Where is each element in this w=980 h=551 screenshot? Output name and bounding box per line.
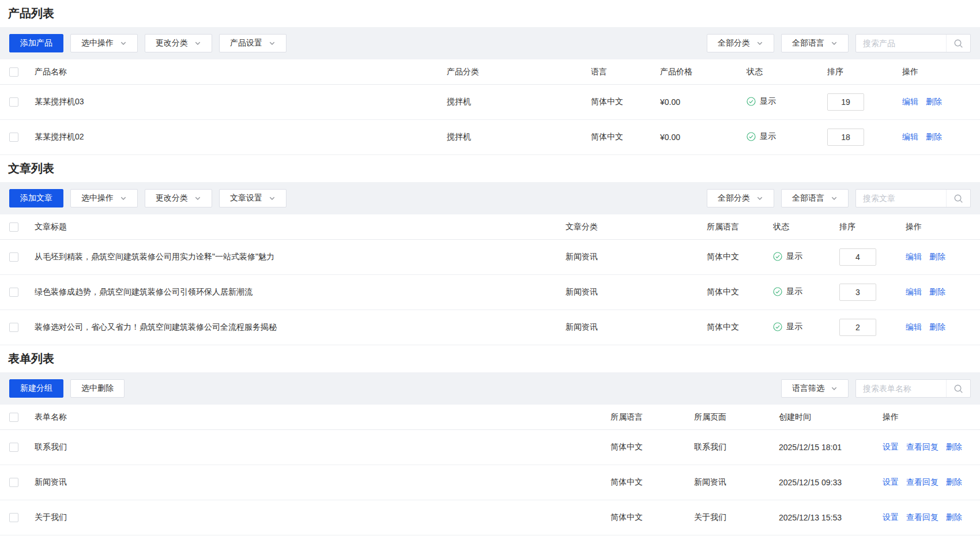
chevron-down-icon xyxy=(120,40,127,47)
delete-link[interactable]: 删除 xyxy=(929,322,945,331)
product-price: ¥0.00 xyxy=(660,133,747,142)
product-language: 简体中文 xyxy=(591,97,660,107)
select-all-checkbox[interactable] xyxy=(9,413,18,422)
language-filter-dropdown[interactable]: 全部语言 xyxy=(781,189,849,207)
page-title-products: 产品列表 xyxy=(0,0,980,27)
article-title: 绿色装修成趋势，鼎筑空间建筑装修公司引领环保人居新潮流 xyxy=(35,287,566,297)
bulk-delete-button[interactable]: 选中删除 xyxy=(70,379,125,398)
product-price: ¥0.00 xyxy=(660,97,747,107)
status-badge: 显示 xyxy=(747,131,776,142)
delete-link[interactable]: 删除 xyxy=(929,287,945,296)
article-category: 新闻资讯 xyxy=(566,252,707,262)
form-name: 关于我们 xyxy=(35,512,610,523)
product-search xyxy=(855,34,971,52)
form-language: 简体中文 xyxy=(610,442,694,452)
view-replies-link[interactable]: 查看回复 xyxy=(906,477,938,486)
row-checkbox[interactable] xyxy=(9,478,18,487)
language-filter-dropdown[interactable]: 语言筛选 xyxy=(781,379,849,398)
check-circle-icon xyxy=(773,287,782,296)
table-row: 绿色装修成趋势，鼎筑空间建筑装修公司引领环保人居新潮流 新闻资讯 简体中文 显示… xyxy=(0,275,980,310)
delete-link[interactable]: 删除 xyxy=(946,512,962,522)
product-name: 某某搅拌机03 xyxy=(35,97,447,107)
form-created-time: 2025/12/13 15:53 xyxy=(779,513,883,522)
product-name: 某某搅拌机02 xyxy=(35,132,447,142)
bulk-action-dropdown[interactable]: 选中操作 xyxy=(70,34,138,52)
status-badge: 显示 xyxy=(773,286,802,297)
form-search xyxy=(855,379,971,398)
row-checkbox[interactable] xyxy=(9,513,18,522)
category-filter-dropdown[interactable]: 全部分类 xyxy=(707,189,774,207)
chevron-down-icon xyxy=(756,40,763,47)
article-table: 文章标题 文章分类 所属语言 状态 排序 操作 从毛坯到精装，鼎筑空间建筑装修公… xyxy=(0,214,980,345)
product-settings-dropdown[interactable]: 产品设置 xyxy=(219,34,287,52)
search-icon[interactable] xyxy=(946,190,970,207)
view-replies-link[interactable]: 查看回复 xyxy=(906,512,938,522)
form-language: 简体中文 xyxy=(610,512,694,523)
check-circle-icon xyxy=(773,322,782,331)
row-checkbox[interactable] xyxy=(9,133,18,142)
row-checkbox[interactable] xyxy=(9,288,18,297)
sort-input[interactable] xyxy=(827,129,864,146)
edit-link[interactable]: 编辑 xyxy=(902,97,918,106)
row-checkbox[interactable] xyxy=(9,252,18,262)
article-toolbar: 添加文章 选中操作 更改分类 文章设置 全部分类 全部语言 xyxy=(0,182,980,214)
chevron-down-icon xyxy=(831,40,838,47)
article-search-input[interactable] xyxy=(856,190,946,207)
add-article-button[interactable]: 添加文章 xyxy=(9,189,63,207)
search-icon[interactable] xyxy=(946,380,970,397)
settings-link[interactable]: 设置 xyxy=(883,442,899,451)
page-title-forms: 表单列表 xyxy=(0,345,980,372)
delete-link[interactable]: 删除 xyxy=(929,252,945,261)
delete-link[interactable]: 删除 xyxy=(946,477,962,486)
delete-link[interactable]: 删除 xyxy=(926,97,942,106)
article-language: 简体中文 xyxy=(707,322,773,333)
form-table: 表单名称 所属语言 所属页面 创建时间 操作 联系我们 简体中文 联系我们 20… xyxy=(0,405,980,535)
change-category-dropdown[interactable]: 更改分类 xyxy=(145,189,212,207)
chevron-down-icon xyxy=(269,40,276,47)
product-search-input[interactable] xyxy=(856,35,946,52)
status-badge: 显示 xyxy=(773,322,802,332)
chevron-down-icon xyxy=(269,195,276,202)
product-table: 产品名称 产品分类 语言 产品价格 状态 排序 操作 某某搅拌机03 搅拌机 简… xyxy=(0,59,980,155)
chevron-down-icon xyxy=(194,40,201,47)
product-language: 简体中文 xyxy=(591,132,660,142)
search-icon[interactable] xyxy=(946,35,970,52)
edit-link[interactable]: 编辑 xyxy=(902,132,918,141)
category-filter-dropdown[interactable]: 全部分类 xyxy=(707,34,774,52)
row-checkbox[interactable] xyxy=(9,323,18,332)
row-checkbox[interactable] xyxy=(9,97,18,107)
change-category-dropdown[interactable]: 更改分类 xyxy=(145,34,212,52)
sort-input[interactable] xyxy=(839,248,876,266)
new-group-button[interactable]: 新建分组 xyxy=(9,379,63,398)
delete-link[interactable]: 删除 xyxy=(946,442,962,451)
settings-link[interactable]: 设置 xyxy=(883,512,899,522)
delete-link[interactable]: 删除 xyxy=(926,132,942,141)
form-language: 简体中文 xyxy=(610,477,694,488)
select-all-checkbox[interactable] xyxy=(9,67,18,77)
check-circle-icon xyxy=(747,132,756,141)
add-product-button[interactable]: 添加产品 xyxy=(9,34,63,52)
article-settings-dropdown[interactable]: 文章设置 xyxy=(219,189,287,207)
edit-link[interactable]: 编辑 xyxy=(906,287,922,296)
product-category: 搅拌机 xyxy=(447,97,591,107)
sort-input[interactable] xyxy=(839,284,876,301)
language-filter-dropdown[interactable]: 全部语言 xyxy=(781,34,849,52)
form-search-input[interactable] xyxy=(856,380,946,397)
sort-input[interactable] xyxy=(839,319,876,336)
view-replies-link[interactable]: 查看回复 xyxy=(906,442,938,451)
check-circle-icon xyxy=(747,97,756,106)
page-title-articles: 文章列表 xyxy=(0,155,980,182)
form-name: 联系我们 xyxy=(35,442,610,452)
select-all-checkbox[interactable] xyxy=(9,222,18,232)
settings-link[interactable]: 设置 xyxy=(883,477,899,486)
edit-link[interactable]: 编辑 xyxy=(906,322,922,331)
form-page: 联系我们 xyxy=(694,442,779,452)
edit-link[interactable]: 编辑 xyxy=(906,252,922,261)
table-row: 某某搅拌机03 搅拌机 简体中文 ¥0.00 显示 编辑 删除 xyxy=(0,85,980,120)
product-category: 搅拌机 xyxy=(447,132,591,142)
bulk-action-dropdown[interactable]: 选中操作 xyxy=(70,189,138,207)
article-title: 从毛坯到精装，鼎筑空间建筑装修公司用实力诠释"一站式装修"魅力 xyxy=(35,252,566,262)
table-row: 新闻资讯 简体中文 新闻资讯 2025/12/15 09:33 设置 查看回复 … xyxy=(0,465,980,500)
sort-input[interactable] xyxy=(827,93,864,111)
row-checkbox[interactable] xyxy=(9,443,18,452)
